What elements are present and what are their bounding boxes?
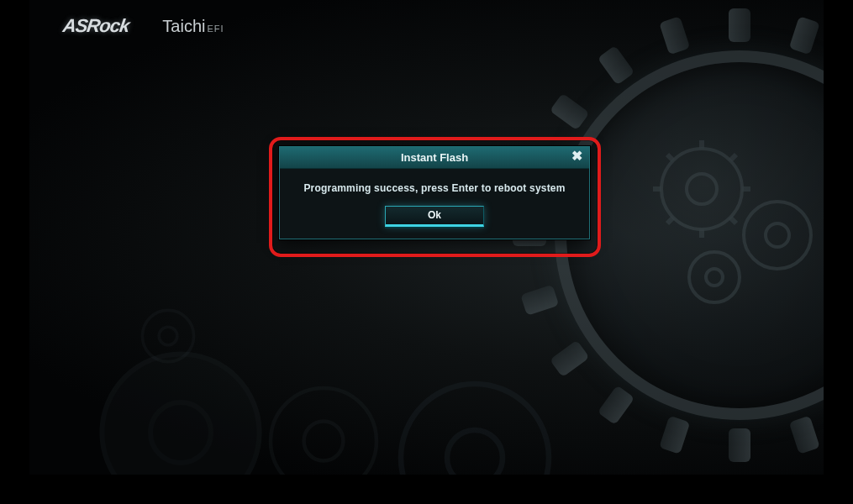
svg-point-5 — [706, 269, 723, 286]
gear-icon — [555, 50, 824, 420]
svg-line-9 — [730, 218, 736, 223]
close-icon[interactable]: ✖ — [569, 150, 584, 165]
svg-line-11 — [667, 218, 673, 223]
svg-point-4 — [689, 252, 740, 302]
product-label: Taichi — [162, 17, 205, 35]
svg-point-21 — [142, 310, 193, 361]
svg-point-2 — [744, 202, 811, 269]
gear-icon — [130, 298, 206, 374]
gear-icon — [248, 365, 399, 475]
svg-line-7 — [730, 155, 736, 160]
brand-bar: ASRock TaichiEFI — [63, 15, 224, 37]
gear-cluster-icon — [613, 109, 824, 361]
svg-point-1 — [687, 174, 717, 204]
dialog-title: Instant Flash — [401, 151, 468, 164]
dialog-titlebar: Instant Flash ✖ — [280, 147, 589, 169]
svg-point-0 — [661, 149, 742, 229]
svg-point-18 — [304, 422, 344, 461]
dialog-message: Programming success, press Enter to rebo… — [290, 182, 579, 194]
dialog-body: Programming success, press Enter to rebo… — [280, 169, 589, 239]
svg-point-3 — [766, 223, 789, 247]
ok-button[interactable]: Ok — [385, 206, 484, 227]
svg-line-13 — [667, 155, 673, 160]
gear-icon — [382, 365, 567, 475]
product-suffix: EFI — [208, 24, 224, 34]
product-name: TaichiEFI — [162, 17, 224, 36]
brand-logo: ASRock — [61, 15, 130, 37]
svg-point-20 — [447, 430, 503, 475]
bios-screen: ASRock TaichiEFI — [29, 0, 824, 475]
instant-flash-dialog: Instant Flash ✖ Programming success, pre… — [279, 146, 590, 239]
svg-point-22 — [159, 327, 177, 345]
